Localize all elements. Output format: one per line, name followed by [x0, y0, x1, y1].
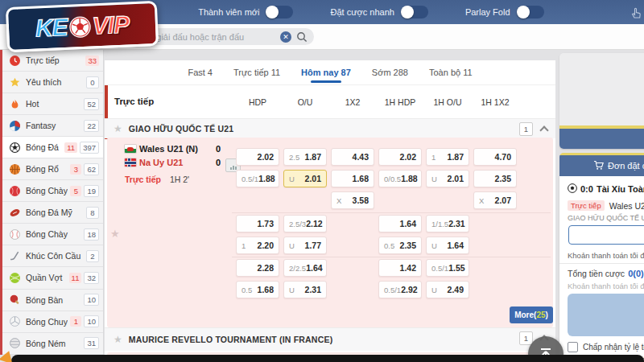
odds-cell[interactable]: X3.58 — [331, 191, 374, 209]
new-member-toggle[interactable] — [266, 6, 293, 19]
odds-cell[interactable]: 2/2.51.64 — [283, 259, 327, 277]
stake-input[interactable] — [568, 225, 644, 245]
odds-cell[interactable]: 0.5/11.88 — [236, 170, 279, 187]
tennis-ball-icon — [10, 273, 20, 283]
sidebar-item-tennis-ball[interactable]: Quần Vợt1132 — [2, 267, 103, 289]
odds-value: 2.35 — [400, 241, 416, 250]
odds-cell[interactable]: 0.52.35 — [378, 237, 422, 254]
odds-value: 2.28 — [258, 263, 274, 273]
total-count-badge: 0 — [86, 76, 99, 88]
odds-cell[interactable]: 2.5/32.12 — [283, 215, 327, 232]
sidebar-item-label: Bóng Ném — [26, 339, 81, 348]
odds-cell[interactable]: U1.64 — [426, 237, 469, 254]
total-count-badge: 52 — [84, 98, 99, 110]
odds-cell[interactable]: U1.77 — [283, 237, 327, 254]
odds-cell[interactable]: 1/1.52.31 — [426, 215, 469, 232]
quick-bet-toggle[interactable] — [401, 6, 428, 19]
toggle-knob — [401, 6, 414, 19]
live-column-label: Trực tiếp — [114, 97, 154, 106]
sidebar-item-basketball[interactable]: Bóng Rổ362 — [2, 158, 103, 180]
second-league-section: ★ MAURICE REVELLO TOURNAMENT (IN FRANCE)… — [105, 327, 555, 350]
bet-slip-header[interactable]: Đơn đặt cược — [559, 153, 644, 176]
hand-pointer-icon[interactable] — [630, 6, 642, 23]
home-team-row: Wales U21 (N) — [125, 144, 198, 154]
sidebar-item-fantasy-ball[interactable]: Fantasy22 — [2, 115, 103, 137]
odds-cell[interactable]: 0/0.51.88 — [378, 170, 422, 187]
odds-cell[interactable]: 1.73 — [236, 215, 279, 232]
sidebar-item-label: Quần Vợt — [26, 273, 67, 282]
handicap-value: 1 — [431, 153, 436, 162]
tab-early[interactable]: Sớm 288 — [372, 60, 408, 84]
odds-value: 2.07 — [495, 195, 511, 205]
column-header: 1H O/U — [426, 97, 469, 107]
sidebar-item-flame[interactable]: Hot52 — [2, 93, 103, 115]
place-bet-button[interactable]: L — [568, 294, 644, 336]
live-count-badge: 5 — [70, 186, 81, 196]
odds-cell[interactable]: 0.5/11.55 — [426, 259, 469, 277]
sidebar-item-am-football[interactable]: Bóng Đá Mỹ8 — [2, 202, 103, 224]
search-icon[interactable] — [296, 31, 308, 43]
league-match-count: 1 — [519, 122, 533, 136]
sidebar-item-baseball-red[interactable]: Bóng Chày519 — [2, 180, 103, 202]
odds-cell[interactable]: 2.28 — [236, 259, 279, 277]
odds-cell[interactable]: 0.5/12.92 — [378, 281, 422, 298]
odds-value: 1.68 — [353, 174, 369, 183]
accept-better-odds-option[interactable]: Chấp nhận tỷ lệ tốt hơn — [568, 342, 644, 352]
odds-cell[interactable]: 2.35 — [473, 170, 517, 187]
tab-fast[interactable]: Fast 4 — [188, 60, 213, 84]
clear-search-icon[interactable]: ✕ — [280, 31, 291, 43]
parlay-fold-toggle[interactable] — [517, 6, 544, 19]
handicap-value: U — [431, 241, 437, 250]
sidebar-item-live-clock[interactable]: Trực tiếp33 — [2, 50, 103, 72]
keovip-logo[interactable]: KE VIP — [6, 1, 159, 52]
soccer-icon — [568, 183, 577, 195]
sidebar-item-star[interactable]: Yêu thích0 — [2, 72, 103, 93]
sidebar-item-paddle[interactable]: Bóng Bàn10 — [2, 290, 103, 311]
odds-cell[interactable]: 2.02 — [236, 148, 279, 166]
odds-cell[interactable]: U2.49 — [426, 281, 469, 298]
odds-cell[interactable]: 1.68 — [331, 170, 374, 187]
sidebar-item-soccer-ball[interactable]: Bóng Đá11397 — [2, 137, 103, 158]
chevron-up-icon[interactable] — [539, 125, 548, 134]
checkbox-icon[interactable] — [568, 342, 578, 352]
odds-cell[interactable]: X2.07 — [473, 191, 517, 209]
odds-cell[interactable]: 1.42 — [378, 259, 422, 277]
match-time: 1H 2' — [170, 175, 189, 184]
max-payout-note-2: Khoản thanh toán tối đa — [568, 282, 644, 290]
odds-cell[interactable]: U2.01 — [426, 170, 469, 187]
sports-sidebar: Trực tiếp33Yêu thích0Hot52Fantasy22Bóng … — [2, 50, 104, 355]
favorite-star-icon[interactable]: ★ — [114, 123, 122, 134]
sidebar-item-baseball[interactable]: Bóng Chày18 — [2, 224, 103, 245]
sidebar-item-handball[interactable]: Bóng Ném31 — [2, 333, 103, 355]
odds-cell[interactable]: 2.51.87 — [283, 148, 327, 166]
handicap-value: 1/1.5 — [431, 220, 448, 228]
more-odds-button[interactable]: More(25) — [510, 306, 553, 323]
odds-cell[interactable]: 2.02 — [378, 148, 422, 166]
odds-cell[interactable]: U2.01 — [283, 170, 327, 187]
sidebar-item-label: Bóng Chày — [26, 229, 81, 239]
odds-cell[interactable]: U2.31 — [283, 281, 327, 298]
tab-today[interactable]: Hôm nay 87 — [301, 60, 351, 84]
league-section-header[interactable]: ★ MAURICE REVELLO TOURNAMENT (IN FRANCE)… — [105, 327, 555, 351]
odds-value: 2.92 — [401, 285, 417, 294]
favorite-star-icon[interactable]: ★ — [114, 334, 122, 345]
soccer-ball-icon — [10, 142, 20, 153]
more-count: 25 — [536, 311, 545, 319]
sidebar-item-volleyball[interactable]: Bóng Chuyền110 — [2, 311, 103, 333]
sidebar-item-label: Bóng Rổ — [26, 164, 68, 174]
odds-cell[interactable]: 11.87 — [426, 148, 469, 166]
odds-cell[interactable]: 4.70 — [473, 148, 517, 166]
divider — [559, 263, 644, 264]
favorite-star-icon[interactable]: ★ — [110, 228, 120, 240]
cart-icon — [593, 160, 604, 172]
tab-all[interactable]: Toàn bộ 11 — [429, 60, 473, 84]
sidebar-item-label: Bóng Bàn — [26, 295, 81, 305]
league-section-header[interactable]: ★ GIAO HỮU QUỐC TẾ U21 1 — [105, 118, 555, 138]
live-count-badge: 11 — [69, 273, 82, 283]
odds-cell[interactable]: 1.64 — [378, 215, 422, 232]
sidebar-item-hockey-stick[interactable]: Khúc Côn Cầu2 — [2, 245, 103, 267]
tab-live[interactable]: Trực tiếp 11 — [233, 60, 280, 84]
odds-cell[interactable]: 12.20 — [236, 237, 279, 254]
odds-cell[interactable]: 4.43 — [331, 148, 374, 166]
odds-cell[interactable]: 0.51.68 — [236, 281, 279, 298]
